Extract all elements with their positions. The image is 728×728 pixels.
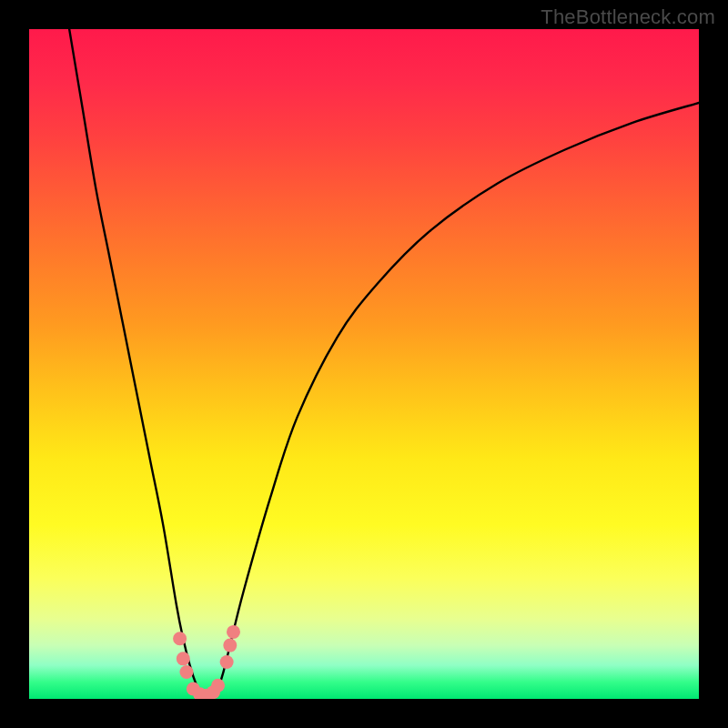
bottleneck-curve bbox=[69, 29, 699, 699]
data-marker bbox=[211, 679, 225, 693]
data-marker bbox=[179, 665, 193, 679]
data-marker bbox=[220, 655, 234, 669]
data-marker bbox=[227, 625, 240, 639]
marker-group bbox=[173, 625, 240, 699]
chart-frame: TheBottleneck.com bbox=[0, 0, 728, 728]
data-marker bbox=[223, 639, 237, 652]
curve-svg bbox=[29, 29, 699, 699]
data-marker bbox=[173, 632, 187, 645]
data-marker bbox=[177, 652, 190, 665]
watermark-text: TheBottleneck.com bbox=[541, 5, 715, 29]
gradient-plot-area bbox=[29, 29, 699, 699]
